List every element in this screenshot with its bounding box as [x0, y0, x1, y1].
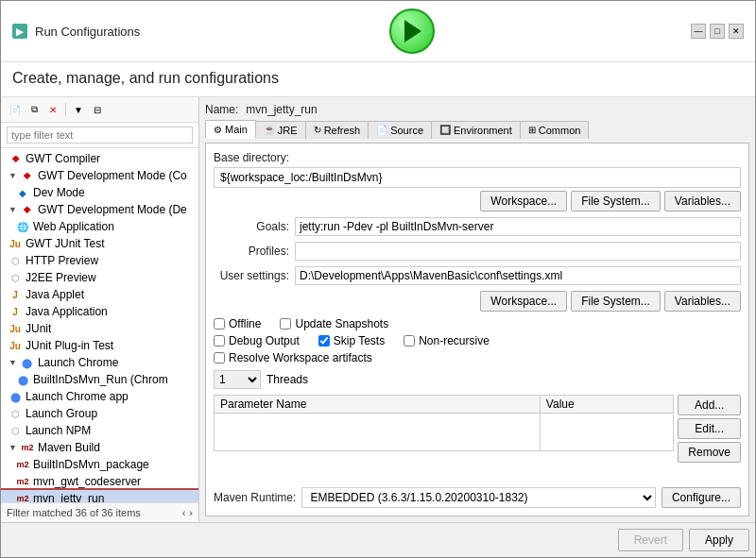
file-system-button-1[interactable]: File System...	[571, 191, 661, 211]
tab-refresh[interactable]: ↻ Refresh	[305, 121, 369, 139]
tab-source[interactable]: 📄 Source	[368, 121, 432, 139]
non-recursive-checkbox[interactable]	[404, 335, 415, 347]
goals-label: Goals:	[214, 220, 289, 233]
list-item[interactable]: ⬤ Launch Chrome app	[1, 388, 198, 405]
offline-checkbox[interactable]	[214, 318, 225, 330]
group-icon: ⬡	[9, 407, 22, 420]
tree-item-label: Launch NPM	[26, 424, 91, 437]
add-param-button[interactable]: Add...	[678, 395, 741, 415]
close-button[interactable]: ✕	[729, 24, 744, 39]
revert-button[interactable]: Revert	[618, 529, 683, 551]
runtime-select[interactable]: EMBEDDED (3.6.3/1.15.0.20200310-1832)	[301, 487, 656, 508]
resolve-workspace-checkbox[interactable]	[214, 352, 225, 364]
variables-button-2[interactable]: Variables...	[664, 291, 741, 312]
edit-param-button[interactable]: Edit...	[678, 418, 741, 439]
tree-item-label: Dev Mode	[33, 186, 85, 199]
name-value: mvn_jetty_run	[246, 103, 317, 116]
tree-item-label: GWT Development Mode (Co	[38, 169, 187, 182]
list-item[interactable]: ⬡ Launch Group	[1, 405, 198, 422]
resolve-workspace-label: Resolve Workspace artifacts	[229, 351, 372, 364]
minimize-button[interactable]: —	[691, 24, 706, 39]
java-icon: Ju	[9, 237, 22, 250]
mvn-jetty-run-item[interactable]: m2 mvn_jetty_run	[1, 490, 198, 502]
maximize-button[interactable]: □	[710, 24, 725, 39]
checkbox-row-1: Offline Update Snapshots	[214, 317, 741, 330]
non-recursive-label: Non-recursive	[419, 334, 490, 347]
list-item[interactable]: Ju GWT JUnit Test	[1, 235, 198, 252]
window-icon: ▶	[12, 24, 27, 39]
list-item[interactable]: J Java Applet	[1, 286, 198, 303]
base-dir-input[interactable]	[214, 167, 741, 188]
next-arrow[interactable]: ›	[189, 507, 193, 518]
title-controls: — □ ✕	[691, 24, 744, 39]
workspace-button-1[interactable]: Workspace...	[480, 191, 567, 211]
tree-item-label: Launch Group	[26, 407, 97, 420]
list-item[interactable]: 🌐 Web Application	[1, 218, 198, 235]
profiles-input[interactable]	[295, 242, 741, 261]
configure-button[interactable]: Configure...	[662, 487, 741, 508]
list-item[interactable]: Ju JUnit	[1, 320, 198, 337]
goals-row: Goals:	[214, 217, 741, 236]
list-item[interactable]: ▼ ⬤ Launch Chrome	[1, 354, 198, 371]
filter-button[interactable]: ▼	[70, 101, 87, 118]
run-button[interactable]	[389, 8, 435, 54]
list-item[interactable]: ⬡ Launch NPM	[1, 422, 198, 439]
tab-content-main: Base directory: Workspace... File System…	[205, 143, 749, 516]
params-table: Parameter Name Value	[214, 395, 674, 451]
runtime-label: Maven Runtime:	[214, 491, 296, 504]
base-dir-label: Base directory:	[214, 151, 741, 164]
apply-button[interactable]: Apply	[689, 529, 749, 551]
params-side-buttons: Add... Edit... Remove	[678, 395, 741, 463]
tab-env-label: Environment	[454, 125, 512, 136]
list-item[interactable]: J Java Application	[1, 303, 198, 320]
http-icon: ⬡	[9, 254, 22, 267]
list-item[interactable]: ⬡ HTTP Preview	[1, 252, 198, 269]
tree-item-label: J2EE Preview	[26, 271, 96, 284]
tab-common-label: Common	[539, 125, 581, 136]
right-panel: Name: mvn_jetty_run ⚙ Main ☕ JRE ↻ Refre…	[199, 97, 755, 522]
delete-button[interactable]: ✕	[44, 101, 61, 118]
list-item[interactable]: m2 mvn_gwt_codeserver	[1, 473, 198, 490]
source-tab-icon: 📄	[376, 125, 387, 135]
profiles-row: Profiles:	[214, 242, 741, 261]
left-panel: 📄 ⧉ ✕ ▼ ⊟ ❖ GWT Compiler	[1, 97, 199, 522]
variables-button-1[interactable]: Variables...	[664, 191, 741, 211]
header-right	[389, 8, 442, 54]
list-item[interactable]: ⬤ BuiltInDsMvn_Run (Chrom	[1, 371, 198, 388]
workspace-button-2[interactable]: Workspace...	[480, 291, 567, 312]
user-settings-buttons: Workspace... File System... Variables...	[214, 291, 741, 312]
tab-main[interactable]: ⚙ Main	[205, 120, 256, 139]
list-item[interactable]: ◆ Dev Mode	[1, 184, 198, 201]
list-item[interactable]: m2 BuiltInDsMvn_package	[1, 456, 198, 473]
user-settings-input[interactable]	[295, 266, 741, 285]
npm-icon: ⬡	[9, 424, 22, 437]
update-snapshots-checkbox[interactable]	[280, 318, 291, 330]
new-config-button[interactable]: 📄	[7, 101, 24, 118]
tree-item-label: BuiltInDsMvn_Run (Chrom	[33, 373, 168, 386]
tab-jre[interactable]: ☕ JRE	[255, 121, 306, 139]
gwt-icon: ❖	[9, 152, 22, 165]
list-item[interactable]: ▼ ❖ GWT Development Mode (Co	[1, 167, 198, 184]
collapse-all-button[interactable]: ⊟	[89, 101, 106, 118]
maven-icon: m2	[16, 492, 29, 502]
file-system-button-2[interactable]: File System...	[571, 291, 661, 312]
list-item[interactable]: Ju JUnit Plug-in Test	[1, 337, 198, 354]
list-item[interactable]: ❖ GWT Compiler	[1, 150, 198, 167]
remove-param-button[interactable]: Remove	[678, 442, 741, 463]
tree-item-label: GWT JUnit Test	[26, 237, 105, 250]
list-item[interactable]: ▼ ❖ GWT Development Mode (De	[1, 201, 198, 218]
filter-input[interactable]	[7, 127, 193, 144]
tree-item-label: JUnit Plug-in Test	[26, 339, 113, 352]
prev-arrow[interactable]: ‹	[182, 507, 186, 518]
threads-select[interactable]: 1 2 4	[214, 370, 261, 389]
debug-checkbox[interactable]	[214, 335, 225, 347]
duplicate-button[interactable]: ⧉	[26, 101, 43, 118]
base-dir-row	[214, 167, 741, 188]
runtime-row: Maven Runtime: EMBEDDED (3.6.3/1.15.0.20…	[214, 487, 741, 508]
tab-environment[interactable]: 🔲 Environment	[431, 121, 521, 139]
tab-common[interactable]: ⊞ Common	[520, 121, 590, 139]
list-item[interactable]: ▼ m2 Maven Build	[1, 439, 198, 456]
skip-tests-checkbox[interactable]	[318, 335, 330, 347]
goals-input[interactable]	[295, 217, 741, 236]
list-item[interactable]: ⬡ J2EE Preview	[1, 269, 198, 286]
